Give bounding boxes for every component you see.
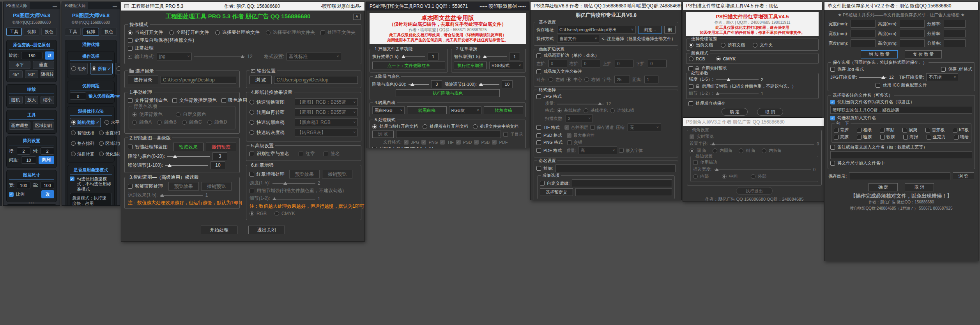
radio-folder[interactable] <box>753 43 757 48</box>
tab-recolor[interactable]: 换色 <box>101 28 117 36</box>
save-path-combo[interactable]: C:\Users\pengyi\Desktop\导出˅ <box>557 26 636 34</box>
width-input[interactable]: 100 <box>17 182 30 189</box>
radio-rgb[interactable] <box>249 211 254 216</box>
radio-color-d[interactable] <box>207 120 212 125</box>
tif-compress-select[interactable]: 不压缩˅ <box>926 73 958 81</box>
bw-then-blue-select[interactable]: 【蓝图】RGB：B255蓝˅ <box>295 108 358 116</box>
scale-up-button[interactable]: 放大 <box>25 96 39 104</box>
radius-slider[interactable] <box>710 141 814 146</box>
current-name-input[interactable]: 喷印联盟原创工具QQ群，鄙视抄袭 <box>830 106 972 114</box>
denoise-slider[interactable] <box>167 154 210 159</box>
remove-seal-button[interactable]: 点一下：文件去除红章 <box>372 62 445 69</box>
dir-path-field[interactable]: C:\Users\pengyi\Desktop <box>161 76 236 84</box>
run-exit-button[interactable]: 执行退出 <box>736 187 773 195</box>
use-stroke-checkbox[interactable] <box>693 160 698 165</box>
distance-input[interactable]: 1 <box>644 76 658 83</box>
output-format-select[interactable]: jpg˅ <box>157 53 192 60</box>
cols-input[interactable]: 2 <box>41 147 54 155</box>
preset-input[interactable] <box>575 188 672 196</box>
mat-poster-checkbox[interactable] <box>903 135 908 140</box>
custom-suffix-checkbox[interactable] <box>540 181 545 185</box>
scale-random-button[interactable]: 随机 <box>9 96 23 104</box>
mat-acrylic-checkbox[interactable] <box>927 135 931 140</box>
effect-value[interactable]: 1 <box>428 53 439 60</box>
cancel-button[interactable]: 取 消 <box>905 183 934 191</box>
radio-cmyk[interactable] <box>716 57 721 61</box>
pdf-quality-select[interactable]: 高˅ <box>578 147 617 154</box>
height-input-1[interactable] <box>900 20 925 28</box>
live-preview-checkbox[interactable] <box>690 134 694 139</box>
strength-slider[interactable] <box>716 77 759 82</box>
autosave-checkbox[interactable] <box>128 38 133 43</box>
radio-fast-blueprint[interactable] <box>249 100 254 104</box>
panel-resize-grip[interactable]: ••• <box>28 201 34 205</box>
height-input-3[interactable] <box>900 39 925 47</box>
collapse-button[interactable]: ˄ <box>353 14 361 20</box>
save-channels-checkbox[interactable] <box>590 125 595 130</box>
noise-slider[interactable] <box>479 82 499 87</box>
tab-tools[interactable]: 工具 <box>65 28 81 36</box>
rotate-90-button[interactable]: 90° <box>25 70 39 78</box>
noise-value[interactable]: 10 <box>502 80 513 88</box>
autosave-checkbox[interactable] <box>688 101 693 106</box>
array-button[interactable]: 阵列 <box>39 156 54 164</box>
interlace-checkbox[interactable] <box>567 140 572 145</box>
radio-align-center[interactable] <box>566 77 571 82</box>
detail-enhance-checkbox[interactable] <box>689 84 693 89</box>
radio-optimized[interactable] <box>584 108 588 113</box>
radio-current-file[interactable] <box>128 30 133 35</box>
to-bw-button[interactable]: 转黑白稿 <box>407 106 446 114</box>
method-region[interactable]: 区域计算 <box>98 139 120 148</box>
tab-arrange[interactable]: 优排 <box>83 28 99 36</box>
radio-current-doc[interactable] <box>689 43 693 48</box>
icc-checkbox[interactable] <box>876 83 880 88</box>
bg-custom-color-checkbox[interactable] <box>172 98 177 103</box>
detail-slider[interactable] <box>483 54 507 59</box>
browse-button[interactable]: 浏览... <box>638 26 662 34</box>
radio-all-files[interactable] <box>169 30 174 35</box>
width-input-3[interactable] <box>851 39 876 47</box>
mat-banner-checkbox[interactable] <box>902 128 907 132</box>
width-input-1[interactable] <box>851 20 876 28</box>
panel-menu-icon[interactable]: — <box>110 4 120 8</box>
format-set-select[interactable]: 基线标准˅ <box>287 53 341 60</box>
mat-carsticker-checkbox[interactable] <box>880 128 884 132</box>
save-dir-input[interactable] <box>849 172 950 180</box>
radio-center[interactable] <box>722 174 727 179</box>
noise-value[interactable]: 10 <box>211 161 225 169</box>
radio-cmyk[interactable] <box>274 211 279 216</box>
strength-slider[interactable] <box>272 181 315 185</box>
material-checkbox[interactable] <box>830 116 835 120</box>
start-process-button[interactable]: 开始处理 <box>201 226 237 234</box>
cancel-button[interactable]: 取 消 <box>757 108 783 116</box>
psd-checkbox[interactable] <box>456 140 461 145</box>
filename-note-checkbox[interactable] <box>536 69 541 74</box>
jpg-checkbox[interactable] <box>404 140 409 145</box>
font-size-input[interactable]: 25 <box>614 76 630 83</box>
size-in-name-checkbox[interactable] <box>830 161 835 166</box>
psb-checkbox[interactable] <box>474 140 479 145</box>
stroke-width-slider[interactable] <box>714 167 811 172</box>
radio-color-a[interactable] <box>132 120 137 125</box>
jpg-quality-slider[interactable] <box>557 101 604 106</box>
panel-menu-icon[interactable]: — <box>50 4 60 8</box>
tab-tools[interactable]: 工具 <box>6 28 22 36</box>
folder-path-field[interactable] <box>396 131 501 138</box>
bw-mode-select[interactable]: 黑白RGB˅ <box>372 106 405 114</box>
method-smart[interactable]: 智能优排 <box>70 128 96 138</box>
custom-note-checkbox[interactable] <box>830 145 835 150</box>
tab-arrange[interactable]: 优排 <box>24 28 39 36</box>
panel-tab[interactable]: PS图层大师 <box>62 2 88 9</box>
radio-fast-gray[interactable] <box>249 130 254 135</box>
left-expand-input[interactable]: 0 <box>548 60 567 67</box>
add-count-button[interactable]: 增 加 数 量 <box>861 50 898 58</box>
preview-button[interactable]: 预览效果 <box>289 170 320 178</box>
bottom-expand-input[interactable]: 0 <box>648 60 667 67</box>
height-input-2[interactable] <box>900 30 925 37</box>
denoise-value[interactable]: 3 <box>431 80 442 88</box>
browse-button[interactable]: 浏 览 <box>249 76 272 84</box>
detail-value[interactable]: 1 <box>509 53 520 60</box>
output-path-field[interactable]: C:\Users\pengyi\Desktop <box>274 76 358 84</box>
mat-gloss-checkbox[interactable] <box>834 135 838 140</box>
pdf-checkbox[interactable] <box>492 140 497 145</box>
